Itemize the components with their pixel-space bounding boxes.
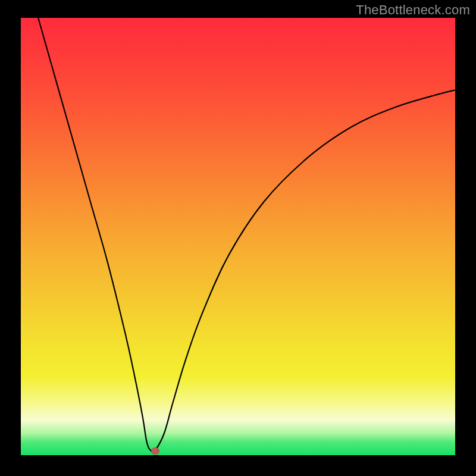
min-marker-icon [151,447,159,455]
chart-plot-area [21,18,455,455]
curve-path [38,18,455,452]
watermark-text: TheBottleneck.com [356,2,470,18]
chart-frame: TheBottleneck.com [0,0,476,476]
chart-curve [21,18,455,455]
